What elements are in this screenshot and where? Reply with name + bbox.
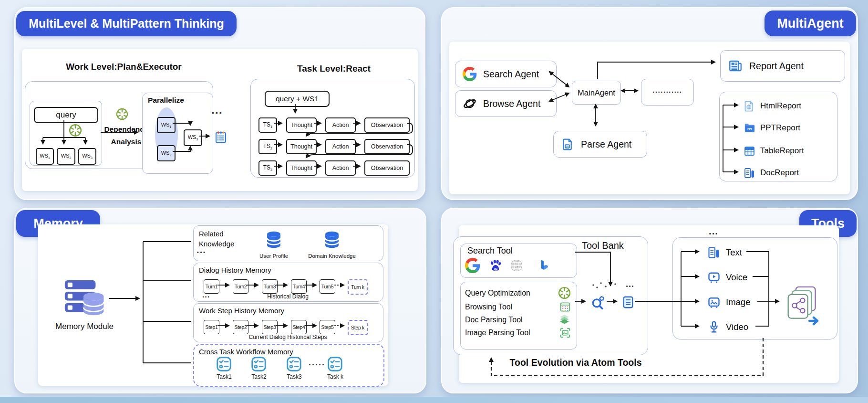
tab-multilevel-thinking: MultiLevel & MultiPattern Thinking [16,11,237,36]
turn-box-2: Turn2 [233,279,248,294]
google-icon [463,67,477,81]
dialog-history-title: Dialog History Memory [199,265,323,274]
thought-label-3: Thought [290,165,312,171]
tool-select-search-gear-icon [590,294,606,310]
ppt-report-row: PPTReport [760,122,832,134]
crosstask-ellipsis: ····· [309,362,325,367]
image-scan-icon [559,327,571,339]
action-label-3: Action [332,165,349,171]
parallel-ws1-label: WS1 [161,122,172,128]
ts2-label: TS2 [263,143,272,150]
tab-multiagent: MultiAgent [765,11,856,36]
memory-module-icon [62,278,107,318]
search-tool-title: Search Tool [467,246,534,255]
ts3-base: TS [263,164,270,171]
workstep-caption-text: Current Dialog Historical Steps [248,334,327,340]
doc-report-label: DocReport [760,168,799,178]
panel-tools: Tools Tool Bank Search Tool Query Optimi… [441,208,858,393]
doc-report-icon [743,167,756,180]
thought-box-3: Thought [286,160,317,176]
main-agent-box: MainAgent [572,81,621,105]
doc-parse-layers-icon [558,313,571,326]
turn-box-1: Turn1 [204,279,219,294]
query-label: query [56,110,76,120]
ws3-sub: 3 [91,157,93,160]
ts1-base: TS [263,121,270,128]
step1-label: Step1 [206,324,218,330]
ts1-label: TS1 [263,121,272,129]
stepk-label: Step k [351,325,364,330]
action-label-1: Action [332,122,349,128]
dialog-history-title-text: Dialog History Memory [199,266,271,274]
domain-knowledge-db-icon [321,228,342,251]
ws2-label: WS2 [61,153,72,159]
wikipedia-icon [509,258,524,273]
turn-box-4: Turn4 [291,279,307,294]
pws3-sub: 3 [196,138,198,141]
image-parsing-tool-label: Image Parsing Tool [465,329,530,337]
pws2-sub: 2 [169,153,171,157]
search-agent-box: Search Agent [455,61,557,87]
related-line2-text: Knowledge [199,240,234,248]
action-box-1: Action [325,117,356,133]
report-agent-label: Report Agent [749,61,804,72]
video-output-label: Video [726,322,748,332]
other-agents-dots: ··········· [652,88,682,96]
parallelize-text: Parallelize [148,96,184,105]
ws1-box: WS1 [36,148,54,165]
turn-box-5: Turn5 [320,279,335,294]
turn3-label: Turn3 [264,284,276,289]
workstep-title-text: Work Step History Memory [199,307,284,315]
turn4-label: Turn4 [293,284,305,289]
crosstask-title: Cross Task Workflow Memory [199,347,351,356]
ppt-report-label: PPTReport [760,123,800,133]
browsing-tool-row: Browsing Tool [465,303,556,311]
openai-icon [115,107,129,121]
task3-label: Task3 [280,373,309,380]
pws2-base: WS [161,150,170,156]
ppt-report-icon [743,122,756,135]
task-k-text: Task k [327,373,343,380]
dependency-text: Dependency [104,125,148,134]
parallelize-label: Parallelize [148,95,196,105]
html-report-row: HtmlReport [760,100,832,112]
step5-label: Step5 [321,324,334,330]
observation-box-3: Observation [364,160,410,176]
pws3-base: WS [188,134,196,140]
ws2-base: WS [61,153,70,159]
task1-label: Task1 [210,373,238,380]
video-output-mic-icon [707,320,721,334]
task2-checklist-icon [250,356,267,372]
ws3-base: WS [82,153,91,159]
related-line2: Knowledge [199,239,256,248]
action-box-2: Action [325,139,356,154]
query-box: query [34,107,98,123]
domain-knowledge-label: Domain Knowledge [302,253,362,259]
observation-label-1: Observation [371,122,403,128]
action-box-3: Action [325,160,356,176]
observation-label-2: Observation [371,143,403,150]
browse-agent-label: Browse Agent [483,98,540,109]
bing-icon [538,259,551,272]
main-agent-label: MainAgent [578,88,615,97]
step-box-2: Step2 [233,320,248,334]
parse-agent-label: Parse Agent [581,139,631,150]
ts1-sub: 1 [270,125,272,129]
thought-label-2: Thought [290,143,312,150]
work-level-title: Work Level:Plan&Executor [30,62,218,72]
tool-evolution-label: Tool Evolution via Atom Tools [506,357,645,368]
task-k-checklist-icon [327,356,343,372]
parallel-ws2-box: WS2 [157,145,176,161]
image-parsing-tool-row: Image Parsing Tool [465,329,556,337]
report-agent-box: Report Agent [720,50,845,82]
related-line1-text: Related [199,230,224,238]
tool-evolution-text: Tool Evolution via Atom Tools [510,357,642,368]
ts3-sub: 3 [270,168,272,172]
crosstask-title-text: Cross Task Workflow Memory [199,348,293,356]
panel-multiagent: MultiAgent Search Agent Browse Agent Mai… [441,7,858,200]
ws1-label: WS1 [40,153,50,159]
search-agent-label: Search Agent [483,69,539,80]
step4-label: Step4 [293,324,305,330]
turn2-label: Turn2 [235,284,247,289]
turnk-label: Turn k [351,284,364,290]
